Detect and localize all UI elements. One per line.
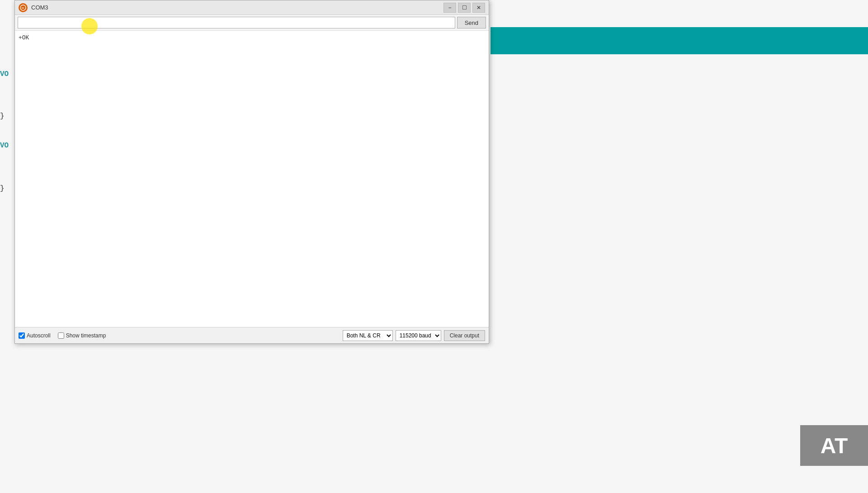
autoscroll-label[interactable]: Autoscroll bbox=[19, 332, 51, 339]
input-row: Send bbox=[15, 15, 489, 31]
line-ending-select[interactable]: No line ending Newline Carriage return B… bbox=[343, 330, 393, 341]
baud-rate-select[interactable]: 300 baud 1200 baud 2400 baud 4800 baud 9… bbox=[396, 330, 441, 341]
bottom-bar: Autoscroll Show timestamp No line ending… bbox=[15, 327, 489, 343]
show-timestamp-label[interactable]: Show timestamp bbox=[58, 332, 106, 339]
autoscroll-text: Autoscroll bbox=[27, 332, 51, 339]
at-logo-text: AT bbox=[821, 433, 848, 458]
output-area: +OK bbox=[15, 31, 489, 327]
window-title: COM3 bbox=[31, 4, 48, 11]
restore-button[interactable]: ☐ bbox=[458, 3, 471, 13]
close-button[interactable]: ✕ bbox=[472, 3, 485, 13]
bottom-right: No line ending Newline Carriage return B… bbox=[343, 330, 485, 341]
title-bar-controls: − ☐ ✕ bbox=[443, 3, 485, 13]
serial-monitor-window: ∞ COM3 − ☐ ✕ Send +OK Autoscroll Show ti… bbox=[14, 0, 489, 344]
autoscroll-checkbox[interactable] bbox=[19, 332, 25, 339]
svg-text:∞: ∞ bbox=[22, 6, 24, 10]
show-timestamp-text: Show timestamp bbox=[66, 332, 106, 339]
minimize-button[interactable]: − bbox=[443, 3, 456, 13]
code-snippet-vo2: VO bbox=[0, 142, 9, 150]
code-snippet-vo1: VO bbox=[0, 70, 9, 78]
code-brace-2: } bbox=[0, 185, 5, 193]
code-brace-1: } bbox=[0, 112, 5, 120]
send-button[interactable]: Send bbox=[457, 17, 486, 28]
command-input[interactable] bbox=[18, 17, 455, 28]
output-line-1: +OK bbox=[19, 33, 485, 43]
title-bar: ∞ COM3 − ☐ ✕ bbox=[15, 0, 489, 15]
show-timestamp-checkbox[interactable] bbox=[58, 332, 64, 339]
bg-teal-bar bbox=[491, 27, 868, 54]
clear-output-button[interactable]: Clear output bbox=[444, 330, 485, 341]
arduino-icon: ∞ bbox=[19, 3, 28, 12]
title-bar-left: ∞ COM3 bbox=[19, 3, 48, 12]
bottom-left: Autoscroll Show timestamp bbox=[19, 332, 106, 339]
at-logo-box: AT bbox=[800, 425, 868, 466]
